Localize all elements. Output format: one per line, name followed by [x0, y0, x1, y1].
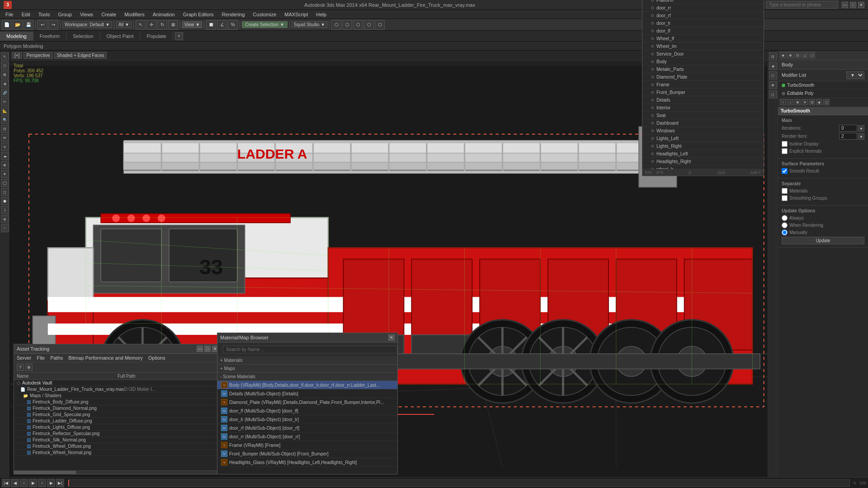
percent-snap[interactable]: % [228, 20, 238, 30]
mod-nav-3[interactable]: ⊕ [794, 99, 801, 105]
mod-nav-2[interactable]: ↓ [787, 99, 793, 105]
left-tool-6[interactable]: ✄ [1, 98, 9, 106]
left-tool-13[interactable]: ⊕ [1, 161, 9, 169]
material-item-door-rr[interactable]: M door_rr (Multi/Sub-Object) [door_rr] [217, 432, 397, 441]
asset-item-maps[interactable]: 📁 Maps / Shaders [14, 393, 221, 399]
asset-menu-options[interactable]: Options [148, 355, 165, 361]
layer-item-metalic[interactable]: ⊡ Metalic_Parts [642, 66, 764, 74]
tab-modeling[interactable]: Modeling [0, 32, 33, 41]
asset-item-grid-specular[interactable]: 🖼 Firetruck_Grid_Specular.png [14, 412, 221, 418]
asset-menu-bitmap[interactable]: Bitmap Performance and Memory [68, 355, 142, 361]
asset-menu-file[interactable]: File [37, 355, 45, 361]
materials-section[interactable]: + Materials [217, 357, 397, 365]
render-iters-up[interactable]: ▲ [858, 133, 864, 140]
workspace-selector[interactable]: Workspace: Default ▼ [62, 21, 112, 28]
menu-animation[interactable]: Animation [149, 11, 179, 18]
layer-item-service-door[interactable]: ⊡ Service_Door [642, 51, 764, 58]
angle-snap[interactable]: ∠ [217, 20, 227, 30]
asset-item-silk-normal[interactable]: 🖼 Firetruck_Silk_Normal.png [14, 437, 221, 443]
material-item-headlights[interactable]: V Headlights_Glass (VRayMtl) [Headlights… [217, 458, 397, 467]
material-item-body[interactable]: V Body (VRayMtl) [Body,Details,door_lf,d… [217, 381, 397, 389]
material-item-details[interactable]: M Details (Multi/Sub-Object) [Details] [217, 389, 397, 398]
layer-item-door-lf[interactable]: ⊡ door_lf [642, 28, 764, 35]
close-button[interactable]: ✕ [858, 2, 864, 8]
layer-item-windows[interactable]: ⊡ Windows [642, 127, 764, 135]
menu-customize[interactable]: Customize [249, 11, 280, 18]
asset-item-ladder-diffuse[interactable]: 🖼 Firetruck_Ladder_Diffuse.png [14, 418, 221, 424]
layer-item-diamond[interactable]: ⊡ Diamond_Plate [642, 74, 764, 81]
left-tool-4[interactable]: ◈ [1, 80, 9, 88]
mod-icon-1[interactable]: ◈ [780, 52, 786, 58]
move-tool[interactable]: ✛ [146, 20, 156, 30]
scale-tool[interactable]: ⊠ [168, 20, 178, 30]
asset-item-body-diffuse[interactable]: 🖼 Firetruck_Body_Diffuse.png [14, 399, 221, 405]
menu-file[interactable]: File [2, 11, 17, 18]
left-tool-17[interactable]: ⬢ [1, 197, 9, 205]
toolbar-undo[interactable]: ↩ [38, 20, 47, 30]
toolbar-open[interactable]: 📂 [13, 20, 23, 30]
timeline-step-back[interactable]: ‹ [20, 479, 28, 487]
toolbar-icon-4[interactable]: ⬡ [364, 20, 374, 30]
left-tool-2[interactable]: ⬡ [1, 61, 9, 70]
tab-object-paint[interactable]: Object Paint [100, 32, 141, 41]
mod-nav-7[interactable]: ⬡ [823, 99, 830, 105]
always-radio[interactable] [782, 215, 788, 221]
layer-item-platform[interactable]: ⊡ Platform [642, 0, 764, 5]
modifier-item-turbosmooth[interactable]: TurboSmooth [778, 81, 868, 89]
toolbar-icon-1[interactable]: ⬡ [331, 20, 341, 30]
layer-item-lights-right[interactable]: ⊡ Lights_Right [642, 143, 764, 150]
left-tool-16[interactable]: ◻ [1, 188, 9, 196]
modifier-list-dropdown[interactable]: ▼ [846, 71, 864, 79]
mod-icon-3[interactable]: ⊡ [794, 52, 801, 58]
menu-group[interactable]: Group [54, 11, 75, 18]
layer-item-lights-left[interactable]: ⊡ Lights_Left [642, 135, 764, 143]
render-iters-input[interactable] [839, 133, 857, 140]
asset-item-lights-diffuse[interactable]: 🖼 Firetruck_Lights_Diffuse.png [14, 424, 221, 431]
layer-item-body[interactable]: ⊡ Body [642, 58, 764, 66]
materials-checkbox[interactable] [782, 188, 788, 194]
asset-scrollbar-thumb[interactable] [14, 471, 76, 474]
asset-item-vault[interactable]: ⬡ Autodesk Vault [14, 380, 221, 386]
modifier-item-editable-poly[interactable]: Editable Poly [778, 89, 868, 98]
update-button[interactable]: Update [782, 237, 864, 244]
smooth-result-checkbox[interactable] [782, 168, 788, 174]
view-dropdown[interactable]: View▼ [182, 21, 202, 28]
layer-item-interior[interactable]: ⊡ Interior [642, 104, 764, 112]
mod-nav-1[interactable]: ↑ [780, 99, 786, 105]
mod-icon-2[interactable]: ⊕ [787, 52, 793, 58]
layer-item-seat[interactable]: ⊡ Seat [642, 112, 764, 120]
asset-menu-server[interactable]: Server [17, 355, 31, 361]
material-item-door-lr[interactable]: M door_lr (Multi/Sub-Object) [door_lr] [217, 415, 397, 424]
toolbar-redo[interactable]: ↪ [48, 20, 58, 30]
toolbar-icon-3[interactable]: ⬡ [353, 20, 363, 30]
asset-tool-2[interactable]: ⊕ [25, 364, 33, 371]
iterations-up[interactable]: ▲ [858, 125, 864, 131]
isoline-checkbox[interactable] [782, 141, 788, 147]
left-tool-18[interactable]: ⌇ [1, 206, 9, 214]
asset-tool-1[interactable]: ? [17, 364, 24, 371]
menu-views[interactable]: Views [76, 11, 97, 18]
right-icon-4[interactable]: ⊕ [769, 81, 777, 89]
layer-item-door-rf[interactable]: ⊡ door_rf [642, 12, 764, 20]
mod-icon-4[interactable]: ◻ [802, 52, 808, 58]
timeline-step-fwd[interactable]: › [38, 479, 46, 487]
left-tool-8[interactable]: 🔍 [1, 116, 9, 124]
menu-tools[interactable]: Tools [35, 11, 54, 18]
material-item-door-rf[interactable]: M door_rf (Multi/Sub-Object) [door_rf] [217, 424, 397, 432]
layer-item-front-bumper[interactable]: ⊡ Front_Bumper [642, 89, 764, 97]
left-tool-11[interactable]: ≡ [1, 143, 9, 151]
when-rendering-radio[interactable] [782, 222, 788, 228]
keyword-search[interactable] [766, 1, 838, 9]
mod-nav-5[interactable]: ⊡ [809, 99, 815, 105]
layer-item-wheel-lr[interactable]: ⊡ wheel_lr [642, 166, 764, 169]
asset-item-wheel-diffuse[interactable]: 🖼 Firetruck_Wheel_Diffuse.png [14, 443, 221, 450]
left-tool-20[interactable]: ⁙ [1, 224, 9, 232]
tab-populate[interactable]: Populate [140, 32, 173, 41]
layer-item-details[interactable]: ⊡ Details [642, 97, 764, 104]
left-tool-5[interactable]: 🔗 [1, 89, 9, 97]
timeline-prev[interactable]: |◀ [2, 479, 10, 487]
all-selector[interactable]: All ▼ [116, 21, 132, 28]
maps-section[interactable]: + Maps [217, 365, 397, 373]
scene-materials-section[interactable]: - Scene Materials [217, 373, 397, 381]
material-close[interactable]: ✕ [388, 334, 395, 341]
